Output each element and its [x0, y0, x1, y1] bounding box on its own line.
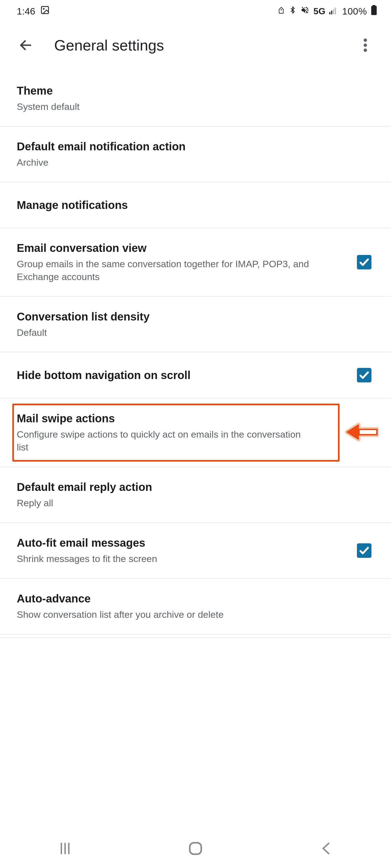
recents-icon [58, 841, 72, 856]
setting-title: Conversation list density [17, 310, 374, 323]
setting-hide-bottom-nav[interactable]: Hide bottom navigation on scroll [0, 352, 391, 399]
setting-subtitle: Configure swipe actions to quickly act o… [17, 428, 313, 454]
network-type: 5G [313, 6, 325, 17]
svg-rect-2 [329, 12, 330, 14]
more-vert-icon [364, 38, 367, 52]
media-icon [40, 5, 50, 17]
list-continuation-indicator [0, 634, 391, 638]
setting-title: Theme [17, 84, 374, 98]
setting-auto-advance[interactable]: Auto-advance Show conversation list afte… [0, 579, 391, 634]
setting-subtitle: Show conversation list after you archive… [17, 608, 313, 621]
svg-point-1 [43, 8, 45, 10]
setting-default-reply-action[interactable]: Default email reply action Reply all [0, 467, 391, 523]
setting-subtitle: Archive [17, 156, 313, 169]
nav-recents-button[interactable] [48, 837, 82, 860]
system-nav-bar [0, 829, 391, 868]
setting-subtitle: Reply all [17, 497, 313, 509]
status-time: 1:46 [17, 6, 35, 17]
setting-title: Default email notification action [17, 140, 374, 153]
bluetooth-icon [289, 5, 297, 17]
app-bar: General settings [0, 20, 391, 71]
svg-rect-0 [41, 6, 49, 14]
setting-title: Auto-advance [17, 592, 374, 606]
svg-rect-4 [333, 9, 334, 14]
battery-percent: 100% [342, 6, 367, 17]
check-icon [359, 257, 370, 268]
status-left: 1:46 [17, 5, 50, 17]
setting-subtitle: Default [17, 326, 313, 339]
setting-default-notification-action[interactable]: Default email notification action Archiv… [0, 127, 391, 182]
setting-manage-notifications[interactable]: Manage notifications [0, 182, 391, 228]
signal-icon [329, 6, 338, 17]
setting-title: Default email reply action [17, 480, 374, 494]
mute-icon [301, 6, 309, 17]
check-icon [359, 370, 370, 381]
hide-bottom-nav-checkbox[interactable] [357, 368, 371, 382]
auto-fit-checkbox[interactable] [357, 543, 371, 558]
setting-title: Auto-fit email messages [17, 536, 348, 550]
setting-subtitle: Shrink messages to fit the screen [17, 553, 313, 565]
setting-title: Email conversation view [17, 241, 348, 255]
nav-back-button[interactable] [309, 837, 343, 860]
setting-subtitle: Group emails in the same conversation to… [17, 258, 313, 283]
settings-list: Theme System default Default email notif… [0, 71, 391, 638]
svg-point-10 [364, 43, 367, 47]
status-bar: 1:46 5G [0, 0, 391, 20]
setting-title: Mail swipe actions [17, 411, 374, 425]
setting-title: Manage notifications [17, 198, 374, 212]
conversation-view-checkbox[interactable] [357, 255, 371, 270]
setting-subtitle: System default [17, 100, 313, 113]
setting-theme[interactable]: Theme System default [0, 71, 391, 127]
setting-title: Hide bottom navigation on scroll [17, 368, 348, 382]
svg-rect-18 [190, 843, 201, 854]
setting-mail-swipe-actions[interactable]: Mail swipe actions Configure swipe actio… [0, 399, 391, 467]
setting-auto-fit[interactable]: Auto-fit email messages Shrink messages … [0, 523, 391, 579]
svg-rect-5 [335, 7, 336, 14]
svg-rect-3 [331, 10, 332, 14]
setting-conversation-density[interactable]: Conversation list density Default [0, 297, 391, 352]
setting-mail-swipe-actions-container: Mail swipe actions Configure swipe actio… [0, 399, 391, 467]
home-icon [188, 841, 203, 856]
chevron-left-icon [320, 841, 332, 856]
svg-point-11 [364, 49, 367, 52]
arrow-left-icon [19, 38, 33, 53]
battery-saver-icon [278, 6, 285, 17]
svg-rect-7 [371, 6, 377, 15]
svg-point-9 [364, 38, 367, 42]
overflow-menu-button[interactable] [356, 36, 374, 54]
status-right: 5G 100% [278, 5, 377, 17]
nav-home-button[interactable] [179, 837, 212, 860]
battery-icon [371, 5, 377, 17]
page-title: General settings [54, 36, 356, 54]
check-icon [359, 545, 370, 556]
setting-conversation-view[interactable]: Email conversation view Group emails in … [0, 228, 391, 297]
back-button[interactable] [17, 36, 35, 54]
